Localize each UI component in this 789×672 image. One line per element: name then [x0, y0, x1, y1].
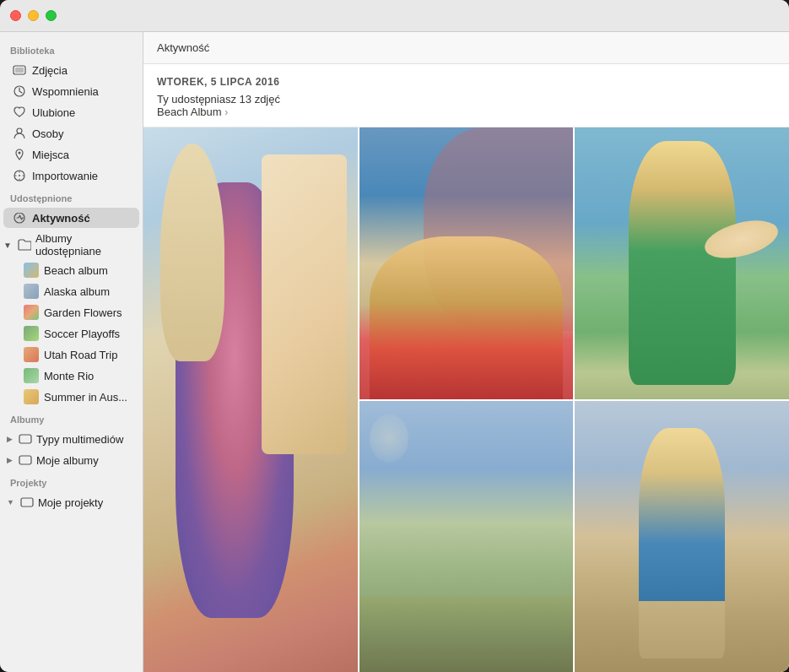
svg-rect-7 — [19, 435, 31, 443]
main-content: Biblioteka Zdjęcia Wspomnieni — [0, 32, 789, 672]
my-projects-disclosure: ▼ — [7, 498, 14, 507]
alaska-label: Alaska album — [44, 285, 110, 298]
alaska-thumb — [24, 284, 39, 299]
sidebar-item-photos[interactable]: Zdjęcia — [3, 60, 139, 80]
memories-icon — [12, 84, 27, 99]
my-projects-label: Moje projekty — [38, 496, 103, 509]
shared-section-label: Udostępnione — [0, 187, 143, 207]
favorites-icon — [12, 105, 27, 120]
shared-albums-section-header[interactable]: ▼ Albumy udostępniane — [0, 229, 143, 259]
places-icon — [12, 147, 27, 162]
albums-section-label: Albumy — [0, 408, 143, 428]
sidebar-item-activity[interactable]: Aktywność — [3, 208, 139, 228]
people-icon — [12, 126, 27, 141]
garden-label: Garden Flowers — [44, 306, 122, 319]
photo-mom-child[interactable] — [359, 127, 574, 399]
photo-beach-sky[interactable] — [359, 401, 574, 673]
monte-thumb — [24, 368, 39, 383]
activity-link-arrow: › — [224, 106, 228, 118]
media-types-disclosure: ▶ — [7, 435, 13, 443]
traffic-lights — [10, 10, 57, 21]
places-label: Miejsca — [32, 149, 69, 161]
projects-section-label: Projekty — [0, 471, 143, 491]
sidebar-item-utah[interactable]: Utah Road Trip — [3, 344, 139, 365]
sidebar-item-places[interactable]: Miejsca — [3, 144, 139, 165]
svg-point-3 — [17, 128, 22, 133]
activity-icon — [12, 210, 27, 225]
right-panel: Aktywność WTOREK, 5 LIPCA 2016 Ty udostę… — [143, 32, 789, 672]
sidebar-item-soccer[interactable]: Soccer Playoffs — [3, 323, 139, 344]
sidebar-item-alaska[interactable]: Alaska album — [3, 281, 139, 301]
imports-icon — [12, 168, 27, 183]
photo-girl-frisbee[interactable] — [575, 127, 789, 399]
titlebar — [0, 0, 789, 32]
activity-album-link[interactable]: Beach Album › — [157, 106, 775, 118]
my-albums-label: Moje albumy — [36, 454, 99, 467]
monte-label: Monte Rio — [44, 370, 94, 382]
sidebar: Biblioteka Zdjęcia Wspomnieni — [0, 32, 143, 672]
shared-albums-disclosure: ▼ — [3, 241, 12, 250]
activity-description: Ty udostępniasz 13 zdjęć — [157, 93, 775, 106]
my-albums-disclosure: ▶ — [7, 456, 13, 464]
shared-albums-label: Albumy udostępniane — [35, 232, 139, 257]
sidebar-item-people[interactable]: Osoby — [3, 123, 139, 144]
photo-grid — [143, 127, 789, 672]
soccer-thumb — [24, 326, 39, 341]
my-projects-item[interactable]: ▼ Moje projekty — [3, 492, 139, 512]
my-projects-icon — [19, 495, 35, 510]
sidebar-item-favorites[interactable]: Ulubione — [3, 102, 139, 122]
activity-album-link-text: Beach Album — [157, 106, 222, 118]
svg-point-6 — [19, 175, 20, 176]
photos-icon — [12, 62, 27, 78]
shared-albums-folder-icon — [17, 237, 32, 252]
svg-rect-9 — [21, 498, 33, 507]
favorites-label: Ulubione — [32, 106, 75, 119]
beach-thumb — [24, 263, 39, 278]
main-window: Biblioteka Zdjęcia Wspomnieni — [0, 0, 789, 672]
photos-label: Zdjęcia — [32, 64, 68, 77]
people-label: Osoby — [32, 127, 64, 140]
close-button[interactable] — [10, 10, 21, 21]
memories-label: Wspomnienia — [32, 85, 99, 98]
activity-info: WTOREK, 5 LIPCA 2016 Ty udostępniasz 13 … — [143, 64, 789, 127]
soccer-label: Soccer Playoffs — [44, 328, 120, 340]
summer-thumb — [24, 389, 39, 404]
photo-girl-scarf[interactable] — [143, 127, 358, 672]
sidebar-item-garden[interactable]: Garden Flowers — [3, 302, 139, 322]
activity-header: Aktywność — [143, 32, 789, 64]
beach-label: Beach album — [44, 264, 108, 277]
utah-thumb — [24, 347, 39, 362]
media-types-icon — [18, 431, 33, 447]
sidebar-item-monte[interactable]: Monte Rio — [3, 366, 139, 386]
activity-header-title: Aktywność — [157, 41, 209, 54]
photo-boy-beach[interactable] — [575, 401, 789, 673]
media-types-label: Typy multimediów — [36, 433, 123, 446]
utah-label: Utah Road Trip — [44, 349, 117, 361]
my-albums-item[interactable]: ▶ Moje albumy — [3, 450, 139, 470]
sidebar-item-memories[interactable]: Wspomnienia — [3, 81, 139, 101]
activity-date: WTOREK, 5 LIPCA 2016 — [157, 76, 775, 88]
sidebar-item-beach[interactable]: Beach album — [3, 260, 139, 280]
svg-rect-1 — [15, 68, 24, 73]
activity-label: Aktywność — [32, 212, 90, 225]
library-section-label: Biblioteka — [0, 39, 143, 59]
sidebar-item-summer[interactable]: Summer in Aus... — [3, 387, 139, 407]
minimize-button[interactable] — [28, 10, 39, 21]
summer-label: Summer in Aus... — [44, 391, 127, 404]
my-albums-icon — [18, 453, 33, 468]
imports-label: Importowanie — [32, 170, 98, 182]
svg-point-4 — [19, 152, 21, 154]
garden-thumb — [24, 305, 39, 320]
sidebar-item-imports[interactable]: Importowanie — [3, 165, 139, 186]
maximize-button[interactable] — [46, 10, 57, 21]
svg-rect-8 — [19, 456, 31, 464]
media-types-item[interactable]: ▶ Typy multimediów — [3, 429, 139, 449]
